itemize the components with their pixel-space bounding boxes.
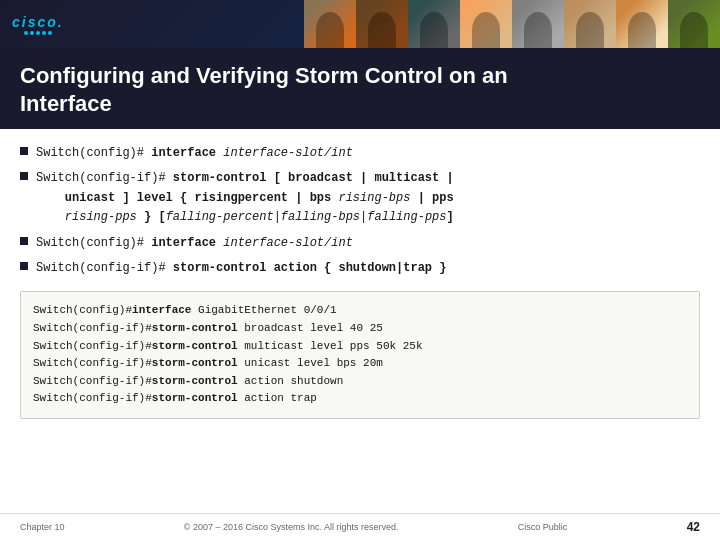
terminal-command: storm-control	[152, 373, 238, 391]
code-span: rising-pps	[65, 210, 137, 224]
terminal-command: storm-control	[152, 338, 238, 356]
terminal-args: unicast level bps 20m	[238, 355, 383, 373]
slide-title: Configuring and Verifying Storm Control …	[20, 62, 700, 117]
terminal-args: action trap	[238, 390, 317, 408]
code-span: ]	[447, 210, 454, 224]
title-line1: Configuring and Verifying Storm Control …	[20, 63, 508, 88]
terminal-line-3: Switch(config-if)# storm-control multica…	[33, 338, 687, 356]
bullet-list: Switch(config)# interface interface-slot…	[20, 143, 700, 277]
cisco-logo-dots	[24, 31, 52, 35]
terminal-command: storm-control	[152, 390, 238, 408]
photo-block	[668, 0, 720, 48]
footer-page-number: 42	[687, 520, 700, 534]
terminal-prompt: Switch(config-if)#	[33, 320, 152, 338]
code-span: interface	[151, 236, 223, 250]
terminal-args: multicast level pps 50k 25k	[238, 338, 423, 356]
photo-block	[408, 0, 460, 48]
bullet-square	[20, 147, 28, 155]
terminal-prompt: Switch(config-if)#	[33, 355, 152, 373]
photo-block	[304, 0, 356, 48]
terminal-box: Switch(config)# interface GigabitEtherne…	[20, 291, 700, 419]
slide: cisco. Configuring and Verifying Storm C…	[0, 0, 720, 540]
terminal-command: storm-control	[152, 355, 238, 373]
bullet-item-2: Switch(config-if)# storm-control [ broad…	[20, 168, 700, 226]
code-span: Switch(config)#	[36, 146, 151, 160]
code-span: Switch(config-if)#	[36, 261, 173, 275]
title-line2: Interface	[20, 91, 112, 116]
code-span: interface-slot/int	[223, 146, 353, 160]
footer-chapter: Chapter 10	[20, 522, 65, 532]
terminal-line-6: Switch(config-if)# storm-control action …	[33, 390, 687, 408]
bullet-item-3: Switch(config)# interface interface-slot…	[20, 233, 700, 252]
terminal-prompt: Switch(config-if)#	[33, 390, 152, 408]
cisco-dot	[30, 31, 34, 35]
bullet-item-4: Switch(config-if)# storm-control action …	[20, 258, 700, 277]
cisco-dot	[42, 31, 46, 35]
code-span: interface	[151, 146, 223, 160]
terminal-args: action shutdown	[238, 373, 344, 391]
code-span: Switch(config-if)#	[36, 171, 173, 185]
terminal-prompt: Switch(config-if)#	[33, 373, 152, 391]
bullet-square	[20, 172, 28, 180]
photo-block	[512, 0, 564, 48]
bullet-square	[20, 262, 28, 270]
bullet-text-3: Switch(config)# interface interface-slot…	[36, 233, 353, 252]
terminal-command: interface	[132, 302, 191, 320]
cisco-dot	[24, 31, 28, 35]
bullet-text-4: Switch(config-if)# storm-control action …	[36, 258, 446, 277]
terminal-prompt: Switch(config-if)#	[33, 338, 152, 356]
code-span: storm-control action { shutdown|trap }	[173, 261, 447, 275]
bullet-item-1: Switch(config)# interface interface-slot…	[20, 143, 700, 162]
code-span: rising-bps	[338, 191, 410, 205]
terminal-line-4: Switch(config-if)# storm-control unicast…	[33, 355, 687, 373]
photo-block	[460, 0, 512, 48]
terminal-prompt: Switch(config)#	[33, 302, 132, 320]
bullet-square	[20, 237, 28, 245]
code-span: Switch(config)#	[36, 236, 151, 250]
code-span: interface-slot/int	[223, 236, 353, 250]
cisco-logo: cisco.	[12, 14, 64, 35]
content-area: Switch(config)# interface interface-slot…	[0, 129, 720, 513]
cisco-dot	[36, 31, 40, 35]
terminal-line-5: Switch(config-if)# storm-control action …	[33, 373, 687, 391]
code-span: falling-percent|falling-bps|falling-pps	[166, 210, 447, 224]
terminal-line-2: Switch(config-if)# storm-control broadca…	[33, 320, 687, 338]
bullet-text-2: Switch(config-if)# storm-control [ broad…	[36, 168, 454, 226]
cisco-logo-text: cisco.	[12, 14, 64, 30]
footer: Chapter 10 © 2007 – 2016 Cisco Systems I…	[0, 513, 720, 540]
photo-block	[356, 0, 408, 48]
cisco-dot	[48, 31, 52, 35]
footer-classification: Cisco Public	[518, 522, 568, 532]
bullet-text-1: Switch(config)# interface interface-slot…	[36, 143, 353, 162]
terminal-command: storm-control	[152, 320, 238, 338]
top-banner: cisco.	[0, 0, 720, 48]
title-area: Configuring and Verifying Storm Control …	[0, 48, 720, 129]
code-span: } [	[137, 210, 166, 224]
terminal-args: GigabitEthernet 0/0/1	[191, 302, 336, 320]
photo-block	[564, 0, 616, 48]
terminal-line-1: Switch(config)# interface GigabitEtherne…	[33, 302, 687, 320]
banner-photos	[304, 0, 720, 48]
terminal-args: broadcast level 40 25	[238, 320, 383, 338]
photo-block	[616, 0, 668, 48]
footer-copyright: © 2007 – 2016 Cisco Systems Inc. All rig…	[184, 522, 399, 532]
